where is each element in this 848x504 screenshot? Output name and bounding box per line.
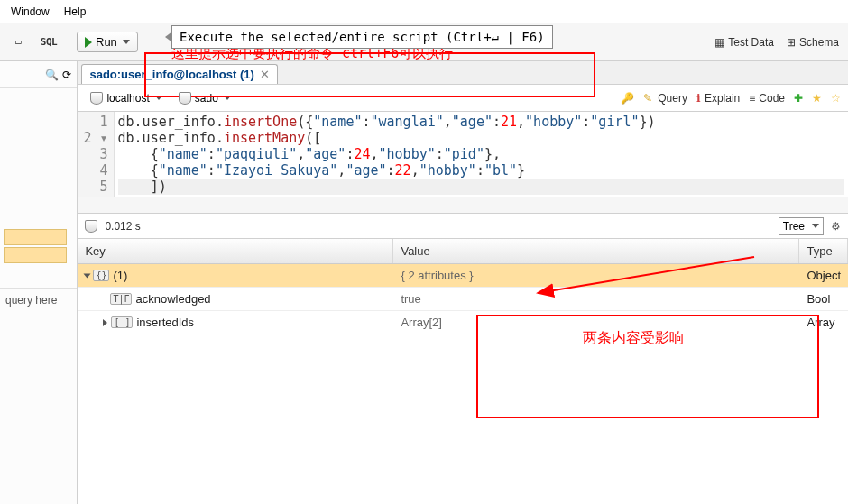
run-button-group: Run bbox=[77, 32, 138, 52]
main-panel: sado:user_info@localhost (1) ✕ localhost… bbox=[78, 61, 848, 504]
connection-bar: localhost sado 🔑 Query ℹExplain ≡Code ✚ … bbox=[78, 85, 848, 112]
explain-button[interactable]: ℹExplain bbox=[696, 92, 740, 105]
run-button[interactable]: Run bbox=[77, 32, 138, 52]
bool-badge: T|F bbox=[110, 293, 132, 305]
host-label: localhost bbox=[106, 92, 149, 105]
toolbar-separator bbox=[69, 32, 69, 53]
toolbar-right: ▦Test Data ⊞Schema bbox=[714, 36, 839, 49]
annotation-text-2: 两条内容受影响 bbox=[583, 329, 684, 348]
test-data-label: Test Data bbox=[728, 36, 774, 49]
grid-row[interactable]: T|Facknowledged true Bool bbox=[78, 288, 848, 311]
code-icon: ≡ bbox=[749, 92, 755, 105]
exec-time: 0.012 s bbox=[105, 220, 140, 233]
chevron-down-icon bbox=[155, 96, 162, 100]
cell-key: (1) bbox=[113, 269, 127, 282]
sidebar: 🔍 ⟳ query here bbox=[0, 61, 78, 504]
expand-icon[interactable] bbox=[84, 273, 91, 278]
menu-bar: Window Help bbox=[0, 0, 848, 23]
explain-label: Explain bbox=[705, 92, 740, 105]
header-key[interactable]: Key bbox=[78, 239, 393, 263]
sidebar-toolbar: 🔍 ⟳ bbox=[0, 61, 77, 88]
code-editor[interactable]: 12 ▾345 db.user_info.insertOne({"name":"… bbox=[78, 112, 848, 197]
code-button[interactable]: ≡Code bbox=[749, 92, 785, 105]
key-icon[interactable]: 🔑 bbox=[621, 92, 634, 105]
schema-icon: ⊞ bbox=[787, 36, 796, 49]
play-icon bbox=[85, 37, 92, 48]
question-icon: ℹ bbox=[696, 92, 701, 105]
add-icon[interactable]: ✚ bbox=[794, 92, 803, 105]
run-tooltip: Execute the selected/entire script (Ctrl… bbox=[171, 25, 553, 49]
tree-item[interactable] bbox=[4, 229, 67, 245]
test-data-icon: ▦ bbox=[714, 36, 724, 49]
view-selector[interactable]: Tree bbox=[779, 217, 824, 235]
query-label: Query bbox=[658, 92, 687, 105]
object-badge: {} bbox=[93, 270, 109, 281]
database-icon bbox=[90, 92, 103, 105]
terminal-icon[interactable]: ▭ bbox=[5, 30, 31, 55]
code-label: Code bbox=[759, 92, 785, 105]
grid-header: Key Value Type bbox=[78, 239, 848, 264]
header-value[interactable]: Value bbox=[393, 239, 799, 263]
refresh-icon[interactable]: ⟳ bbox=[62, 69, 71, 81]
cell-type: Array bbox=[799, 311, 848, 334]
menu-help[interactable]: Help bbox=[57, 2, 94, 22]
gear-icon[interactable]: ⚙ bbox=[831, 220, 841, 233]
chevron-down-icon bbox=[224, 96, 231, 100]
cell-value: { 2 attributes } bbox=[393, 264, 799, 287]
header-type[interactable]: Type bbox=[799, 239, 848, 263]
tree-item[interactable] bbox=[4, 247, 67, 263]
run-label: Run bbox=[96, 35, 117, 49]
cell-key: insertedIds bbox=[136, 316, 194, 329]
db-label: sado bbox=[195, 92, 218, 105]
close-icon[interactable]: ✕ bbox=[260, 68, 270, 81]
code-area[interactable]: db.user_info.insertOne({"name":"wanglai"… bbox=[115, 112, 848, 197]
schema-button[interactable]: ⊞Schema bbox=[787, 36, 839, 49]
result-grid: Key Value Type {}(1) { 2 attributes } Ob… bbox=[78, 239, 848, 504]
result-toolbar: 0.012 s Tree ⚙ bbox=[78, 214, 848, 239]
cell-key: acknowledged bbox=[135, 292, 210, 306]
host-selector[interactable]: localhost bbox=[85, 90, 167, 106]
tab-bar: sado:user_info@localhost (1) ✕ bbox=[78, 61, 848, 85]
view-label: Tree bbox=[783, 220, 805, 233]
grid-row[interactable]: {}(1) { 2 attributes } Object bbox=[78, 264, 848, 288]
cell-value: true bbox=[393, 288, 799, 310]
chevron-down-icon bbox=[812, 224, 819, 228]
gutter: 12 ▾345 bbox=[78, 112, 114, 197]
query-hint: query here bbox=[0, 288, 77, 312]
array-badge: [ ] bbox=[111, 316, 133, 328]
chevron-down-icon[interactable] bbox=[123, 40, 130, 44]
expand-icon[interactable] bbox=[103, 319, 107, 326]
test-data-button[interactable]: ▦Test Data bbox=[714, 36, 774, 49]
schema-label: Schema bbox=[799, 36, 839, 49]
tab-title: sado:user_info@localhost (1) bbox=[89, 68, 253, 81]
cell-type: Object bbox=[799, 264, 848, 287]
star-icon[interactable]: ★ bbox=[812, 92, 822, 105]
database-icon bbox=[85, 220, 97, 233]
search-icon[interactable]: 🔍 bbox=[45, 69, 59, 81]
database-icon bbox=[179, 92, 191, 105]
query-button[interactable]: Query bbox=[643, 92, 687, 105]
menu-window[interactable]: Window bbox=[4, 2, 57, 22]
splitter[interactable] bbox=[78, 197, 848, 214]
editor-tab[interactable]: sado:user_info@localhost (1) ✕ bbox=[81, 64, 277, 84]
cell-type: Bool bbox=[799, 288, 848, 310]
sidebar-tree[interactable] bbox=[0, 88, 77, 288]
db-selector[interactable]: sado bbox=[173, 90, 236, 106]
star-outline-icon[interactable]: ☆ bbox=[831, 92, 841, 105]
top-toolbar: ▭ SQL Run Execute the selected/entire sc… bbox=[0, 23, 848, 61]
sql-icon[interactable]: SQL bbox=[36, 30, 61, 55]
grid-row[interactable]: [ ]insertedIds Array[2] Array bbox=[78, 311, 848, 334]
